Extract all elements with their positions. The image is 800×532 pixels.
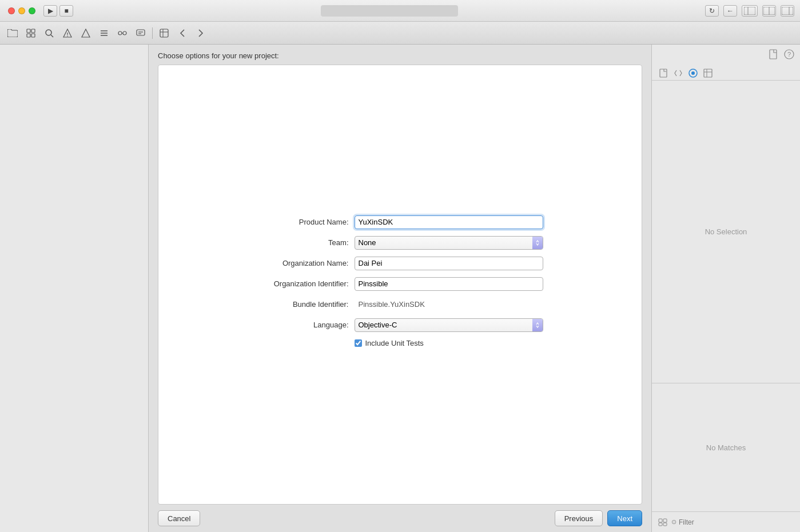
svg-rect-37 [663, 519, 667, 522]
filter-row: ⊙ [671, 512, 795, 532]
grid-icon[interactable] [23, 25, 39, 41]
team-select-wrapper: None [355, 236, 543, 250]
svg-marker-14 [82, 29, 90, 37]
dialog-panel: Choose options for your new project: Pro… [149, 45, 651, 532]
filter-input[interactable] [679, 517, 795, 528]
product-name-label: Product Name: [257, 218, 355, 226]
forward-nav-icon[interactable] [193, 25, 209, 41]
grid2-icon[interactable] [156, 25, 172, 41]
svg-rect-9 [31, 34, 35, 37]
new-file-icon[interactable] [767, 48, 779, 61]
right-sidebar: ? No Selection No Matches [651, 45, 800, 532]
bottom-grid-icon[interactable] [656, 516, 669, 529]
team-label: Team: [257, 238, 355, 247]
inspector-tab-code[interactable] [671, 66, 685, 80]
right-sidebar-bottom: No Matches ⊙ [652, 383, 800, 532]
no-matches-text: No Matches [706, 443, 746, 452]
no-selection-text: No Selection [705, 227, 747, 236]
refresh-icon[interactable]: ↻ [705, 5, 719, 17]
svg-point-13 [67, 35, 68, 37]
include-unit-tests-label: Include Unit Tests [365, 339, 424, 347]
svg-rect-27 [770, 50, 777, 59]
bundle-identifier-row: Bundle Identifier: [257, 298, 543, 311]
warning-icon[interactable] [59, 25, 75, 41]
bundle-identifier-label: Bundle Identifier: [257, 300, 355, 309]
svg-rect-4 [782, 7, 793, 15]
panel-toggle-icon[interactable] [742, 5, 758, 17]
svg-rect-0 [744, 7, 755, 15]
language-row: Language: Objective-C [257, 318, 543, 332]
shape-icon[interactable] [78, 25, 94, 41]
previous-button[interactable]: Previous [555, 510, 603, 526]
org-name-input[interactable] [355, 257, 543, 270]
dialog-body: Product Name: Team: None [158, 65, 642, 505]
bundle-identifier-input [355, 298, 543, 311]
left-sidebar [0, 45, 149, 532]
include-unit-tests-checkbox[interactable] [355, 339, 362, 347]
run-button[interactable]: ▶ [43, 5, 57, 17]
form-area: Product Name: Team: None [257, 215, 543, 354]
center-area: Choose options for your new project: Pro… [149, 45, 651, 532]
main-content: Choose options for your new project: Pro… [0, 45, 800, 532]
title-search-bar [321, 5, 458, 17]
minimize-button[interactable] [18, 7, 25, 14]
filter-icon: ⊙ [671, 518, 676, 526]
org-name-label: Organization Name: [257, 259, 355, 267]
back-arrow-icon[interactable]: ← [723, 5, 737, 17]
svg-rect-8 [27, 34, 30, 37]
org-identifier-label: Organization Identifier: [257, 279, 355, 288]
inspector-tab-circle[interactable] [686, 66, 700, 80]
close-button[interactable] [8, 7, 15, 14]
svg-point-32 [691, 71, 695, 75]
right-sidebar-bottom-toolbar: ⊙ [652, 511, 800, 532]
no-matches-area: No Matches [652, 383, 800, 511]
toolbar [0, 22, 800, 45]
inspector-tab-grid[interactable] [701, 66, 715, 80]
folder-icon[interactable] [5, 25, 21, 41]
team-row: Team: None [257, 236, 543, 250]
product-name-input[interactable] [355, 215, 543, 229]
dialog-title: Choose options for your new project: [149, 45, 651, 65]
svg-rect-36 [659, 519, 662, 522]
language-select[interactable]: Objective-C [355, 318, 543, 332]
expand-icon[interactable] [781, 5, 794, 17]
svg-rect-33 [704, 69, 712, 77]
org-identifier-input[interactable] [355, 277, 543, 291]
product-name-row: Product Name: [257, 215, 543, 229]
team-select[interactable]: None [355, 236, 543, 250]
dialog-footer: Cancel Previous Next [149, 505, 651, 532]
help-icon[interactable]: ? [783, 48, 795, 61]
footer-right-buttons: Previous Next [555, 510, 642, 526]
back-nav-icon[interactable] [174, 25, 190, 41]
search-icon[interactable] [41, 25, 57, 41]
maximize-button[interactable] [29, 7, 35, 14]
chain-icon[interactable] [114, 25, 130, 41]
split-view-icon[interactable] [762, 5, 776, 17]
next-button[interactable]: Next [607, 510, 642, 526]
titlebar-center [77, 5, 702, 17]
dialog-title-text: Choose options for your new project: [158, 51, 279, 60]
inspector-tabs [652, 64, 800, 81]
titlebar-right: ↻ ← [705, 5, 794, 17]
no-selection-area: No Selection [652, 81, 800, 383]
svg-rect-19 [123, 31, 126, 35]
svg-rect-6 [27, 29, 30, 33]
org-identifier-row: Organization Identifier: [257, 277, 543, 291]
toolbar-separator [152, 27, 153, 39]
cancel-button[interactable]: Cancel [158, 510, 200, 526]
svg-line-11 [51, 35, 53, 37]
svg-rect-38 [659, 523, 662, 526]
language-label: Language: [257, 321, 355, 329]
inspector-tab-file[interactable] [656, 66, 670, 80]
svg-rect-7 [31, 29, 35, 33]
svg-rect-21 [137, 30, 145, 35]
language-select-wrapper: Objective-C [355, 318, 543, 332]
titlebar: ▶ ■ ↻ ← [0, 0, 800, 22]
comment-icon[interactable] [133, 25, 149, 41]
list-icon[interactable] [96, 25, 112, 41]
stop-button[interactable]: ■ [59, 5, 73, 17]
svg-rect-18 [118, 31, 122, 35]
traffic-lights [8, 7, 35, 14]
svg-rect-39 [663, 523, 667, 526]
svg-rect-24 [160, 29, 168, 37]
